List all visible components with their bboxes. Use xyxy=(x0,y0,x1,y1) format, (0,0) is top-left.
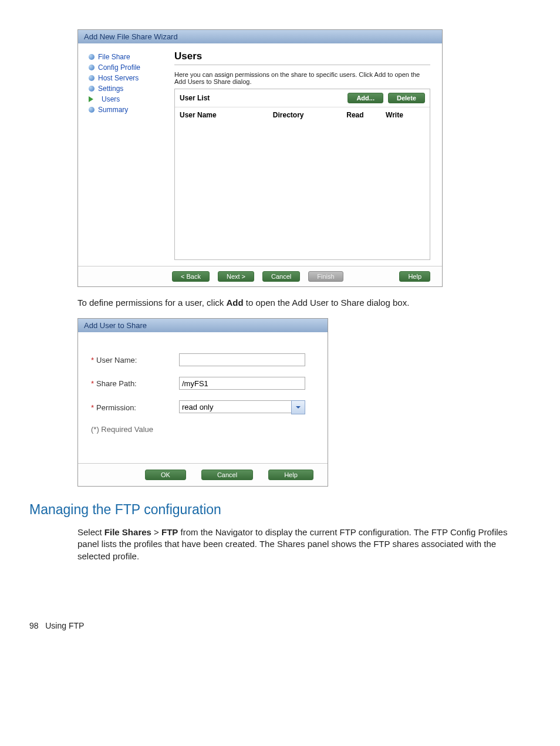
ok-button[interactable]: OK xyxy=(145,470,186,480)
chevron-down-icon[interactable] xyxy=(291,400,305,414)
step-users[interactable]: Users xyxy=(89,94,171,104)
step-bullet-icon xyxy=(89,107,95,113)
required-asterisk-icon: * xyxy=(91,379,94,388)
body-text-add-user: To define permissions for a user, click … xyxy=(77,298,531,308)
col-directory: Directory xyxy=(273,111,346,119)
share-path-input[interactable] xyxy=(179,377,305,390)
step-bullet-icon xyxy=(89,54,95,60)
user-list-header-row: User Name Directory Read Write xyxy=(175,107,430,123)
col-write: Write xyxy=(386,111,425,119)
step-settings[interactable]: Settings xyxy=(89,83,171,94)
add-button[interactable]: Add... xyxy=(348,93,383,103)
page-number: 98 xyxy=(29,621,39,630)
section-paragraph: Select File Shares > FTP from the Naviga… xyxy=(77,526,525,562)
step-active-arrow-icon xyxy=(89,96,98,102)
dialog-title: Add User to Share xyxy=(78,319,328,332)
dialog-footer: OK Cancel Help xyxy=(78,463,328,486)
page-footer-label: Using FTP xyxy=(45,621,84,630)
cancel-button[interactable]: Cancel xyxy=(262,271,300,282)
permission-select[interactable] xyxy=(179,400,305,414)
step-host-servers[interactable]: Host Servers xyxy=(89,73,171,83)
user-name-label: User Name: xyxy=(96,356,137,364)
user-list-panel: User List Add... Delete User Name Direct… xyxy=(174,89,430,260)
users-description: Here you can assign permissions on the s… xyxy=(174,71,430,85)
add-user-dialog-screenshot: Add User to Share *User Name: *Share Pat… xyxy=(77,318,328,487)
users-heading: Users xyxy=(174,50,430,65)
section-heading-ftp-config: Managing the FTP configuration xyxy=(29,502,531,518)
required-note: (*) Required Value xyxy=(91,425,315,434)
required-asterisk-icon: * xyxy=(91,403,94,412)
user-name-input[interactable] xyxy=(179,353,305,366)
required-asterisk-icon: * xyxy=(91,356,94,364)
wizard-steps-sidebar: File Share Config Profile Host Servers S… xyxy=(78,43,174,266)
share-path-label: Share Path: xyxy=(96,379,137,388)
help-button[interactable]: Help xyxy=(268,470,313,480)
delete-button[interactable]: Delete xyxy=(388,93,425,103)
page-footer: 98 Using FTP xyxy=(29,621,531,630)
wizard-screenshot: Add New File Share Wizard File Share Con… xyxy=(77,29,443,287)
permission-label: Permission: xyxy=(96,403,136,412)
step-bullet-icon xyxy=(89,86,95,92)
step-file-share[interactable]: File Share xyxy=(89,52,171,62)
step-bullet-icon xyxy=(89,75,95,81)
step-bullet-icon xyxy=(89,65,95,70)
back-button[interactable]: < Back xyxy=(172,271,210,282)
cancel-button[interactable]: Cancel xyxy=(201,470,253,480)
wizard-title: Add New File Share Wizard xyxy=(78,30,442,43)
step-summary[interactable]: Summary xyxy=(89,104,171,115)
permission-value[interactable] xyxy=(179,400,291,413)
wizard-footer: < Back Next > Cancel Finish Help xyxy=(78,266,442,286)
col-read: Read xyxy=(346,111,386,119)
next-button[interactable]: Next > xyxy=(218,271,254,282)
user-list-title: User List xyxy=(180,94,343,102)
finish-button: Finish xyxy=(308,271,343,282)
col-user-name: User Name xyxy=(180,111,273,119)
step-config-profile[interactable]: Config Profile xyxy=(89,62,171,73)
help-button[interactable]: Help xyxy=(399,271,430,282)
